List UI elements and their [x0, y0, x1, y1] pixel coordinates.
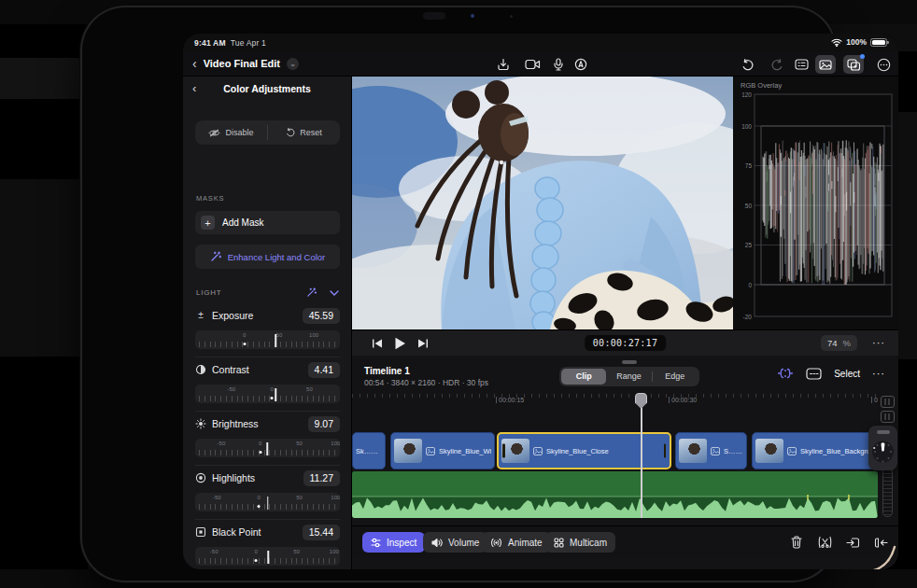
timeline-more-icon[interactable]: ··· — [872, 368, 885, 379]
playhead-line[interactable] — [641, 407, 642, 518]
chevron-down-icon[interactable]: ⌄ — [287, 58, 299, 70]
value-cursor[interactable] — [268, 551, 270, 564]
volume-button[interactable]: Volume — [423, 532, 487, 553]
animate-button[interactable]: Animate — [482, 532, 551, 553]
value-cursor[interactable] — [267, 497, 269, 510]
slider-ruler[interactable]: -50050100 — [195, 439, 340, 457]
connected-clips-icon[interactable] — [777, 367, 794, 380]
front-camera-sensor — [510, 15, 513, 18]
slider-value[interactable]: 45.59 — [303, 308, 340, 324]
battery-percent: 100% — [846, 37, 867, 47]
battery-icon — [870, 38, 887, 47]
timeline-clips-track: Sk……Skyline_Blue_WideSkyline_Blue_CloseS… — [352, 432, 878, 469]
slider-ruler[interactable]: -50050100 — [195, 547, 340, 566]
clip-label: Skyline_Blue_Close — [546, 447, 609, 455]
timeline-clip[interactable]: Skyline_Blue_Wide — [390, 432, 495, 469]
annotate-icon[interactable] — [571, 55, 591, 74]
slider-brightness[interactable]: Brightness 9.07 -50050100 — [195, 414, 340, 461]
skip-forward-icon[interactable] — [415, 336, 431, 351]
insert-clip-icon[interactable] — [844, 534, 861, 551]
enhance-light-color-button[interactable]: Enhance Light and Color — [195, 245, 340, 269]
scale-label: 50 — [276, 332, 283, 338]
project-title: Video Final Edit — [204, 58, 280, 69]
clip-height-button-large[interactable] — [881, 411, 895, 423]
slider-name: Brightness — [212, 418, 303, 429]
mode-clip[interactable]: Clip — [561, 369, 606, 385]
effects-browser-icon[interactable] — [843, 55, 864, 74]
inspect-button[interactable]: Inspect — [362, 532, 425, 553]
value-cursor[interactable] — [267, 442, 269, 455]
scale-label: -50 — [227, 386, 235, 392]
trash-icon[interactable] — [788, 534, 805, 551]
timeline-resize-handle[interactable] — [622, 360, 637, 364]
eye-slash-icon — [208, 129, 220, 137]
reset-label: Reset — [300, 128, 322, 137]
multicam-button[interactable]: Multicam — [545, 532, 615, 553]
divider — [195, 357, 340, 357]
viewer-more-icon[interactable]: ··· — [872, 337, 885, 348]
undo-icon[interactable] — [738, 55, 758, 74]
slider-value[interactable]: 11.27 — [303, 470, 341, 486]
more-icon[interactable] — [873, 55, 894, 74]
enhance-label: Enhance Light and Color — [228, 252, 326, 262]
magic-wand-icon — [210, 251, 221, 262]
timeline-ruler[interactable]: 00:00:1500:00:3000:00:45 — [352, 394, 878, 407]
play-button[interactable] — [391, 336, 408, 351]
audio-track[interactable] — [352, 471, 878, 518]
timeline-clip[interactable]: S…… — [675, 432, 747, 469]
back-chevron-icon[interactable]: ‹ — [192, 57, 197, 70]
trim-handle-left[interactable] — [502, 444, 505, 458]
project-menu[interactable]: ‹ Video Final Edit ⌄ — [192, 57, 299, 70]
auto-enhance-icon[interactable] — [306, 287, 317, 298]
slider-highlights[interactable]: Highlights 11.27 -50050100 — [195, 469, 340, 515]
collapse-chevron-icon[interactable] — [330, 290, 339, 296]
slider-ruler[interactable]: -50050100 — [195, 493, 340, 511]
mode-edge[interactable]: Edge — [653, 369, 698, 385]
inspect-sliders-icon — [371, 538, 381, 548]
svg-text:-20: -20 — [743, 314, 753, 320]
trim-handle-right[interactable] — [664, 444, 667, 458]
trim-dial-panel[interactable] — [868, 426, 897, 470]
import-icon[interactable] — [493, 55, 514, 74]
transport-bar: 00:00:27:17 74 % ··· — [352, 329, 898, 356]
clip-height-button-small[interactable] — [881, 396, 895, 408]
inspector-panel-icon[interactable] — [791, 55, 811, 74]
slider-exposure[interactable]: ± Exposure 45.59 050100 — [195, 306, 340, 353]
slider-value[interactable]: 9.07 — [308, 416, 340, 432]
timeline-overview-icon[interactable] — [806, 368, 822, 380]
color-adjustments-panel: ‹ Color Adjustments Disable Reset — [183, 77, 352, 569]
skip-back-icon[interactable] — [369, 336, 386, 351]
slider-value[interactable]: 15.44 — [303, 525, 340, 540]
scale-label: 50 — [296, 441, 303, 446]
slider-name: Highlights — [212, 472, 298, 483]
value-cursor[interactable] — [275, 388, 276, 401]
timeline-clip[interactable]: Sk…… — [352, 432, 386, 469]
blade-cut-icon[interactable] — [816, 534, 833, 551]
slider-black-point[interactable]: Black Point 15.44 -50050100 — [195, 523, 340, 569]
media-browser-icon[interactable] — [815, 55, 836, 74]
slider-ruler[interactable]: -50050 — [195, 385, 340, 403]
slider-ruler[interactable]: 050100 — [195, 330, 340, 349]
select-button[interactable]: Select — [834, 369, 860, 379]
mic-icon[interactable] — [548, 55, 569, 74]
svg-text:100: 100 — [741, 123, 752, 130]
video-preview[interactable] — [352, 77, 733, 329]
viewer-zoom-control[interactable]: 74 % — [821, 335, 857, 351]
disable-label: Disable — [225, 128, 253, 137]
timeline-clip[interactable]: Skyline_Blue_Close — [497, 432, 671, 469]
svg-text:120: 120 — [741, 91, 752, 98]
dial-drag-handle[interactable] — [877, 430, 890, 434]
reset-button[interactable]: Reset — [268, 120, 340, 145]
value-cursor[interactable] — [275, 334, 276, 347]
add-mask-button[interactable]: + Add Mask — [195, 211, 340, 234]
status-date: Tue Apr 1 — [231, 38, 266, 48]
highlights-icon — [195, 472, 206, 483]
slider-value[interactable]: 4.41 — [308, 362, 340, 378]
front-camera-lens — [471, 14, 474, 18]
camera-icon[interactable] — [522, 55, 543, 74]
timeline-clip[interactable]: Skyline_Blue_Background — [752, 432, 878, 469]
keyframe-icon — [490, 538, 502, 548]
mode-range[interactable]: Range — [606, 369, 651, 385]
slider-contrast[interactable]: Contrast 4.41 -50050 — [195, 360, 340, 407]
disable-button[interactable]: Disable — [195, 120, 267, 145]
